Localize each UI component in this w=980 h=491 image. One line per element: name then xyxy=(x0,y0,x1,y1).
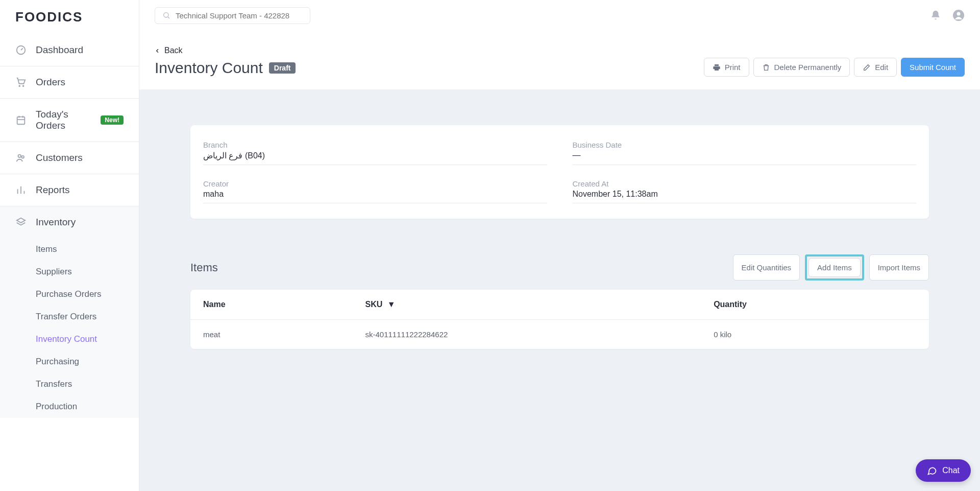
status-badge: Draft xyxy=(269,62,296,74)
button-label: Edit Quantities xyxy=(742,263,792,272)
col-quantity[interactable]: Quantity xyxy=(714,300,916,309)
nav-orders[interactable]: Orders xyxy=(0,66,139,99)
content-area: Branch فرع الرياض (B04) Business Date — … xyxy=(139,89,980,491)
topbar xyxy=(139,0,980,31)
subnav-transfers[interactable]: Transfers xyxy=(36,373,139,395)
button-label: Print xyxy=(725,63,741,72)
table-row[interactable]: meat sk-40111111222284622 0 kilo xyxy=(190,320,929,349)
items-section-header: Items Edit Quantities Add Items Import I… xyxy=(190,254,929,280)
add-items-button[interactable]: Add Items xyxy=(808,258,861,277)
creator-field: Creator maha xyxy=(203,179,547,203)
print-button[interactable]: Print xyxy=(704,58,749,77)
submit-count-button[interactable]: Submit Count xyxy=(901,58,965,77)
logo: FOODICS xyxy=(0,0,139,34)
layers-icon xyxy=(15,217,27,228)
header-actions: Print Delete Permanently Edit Submit Cou… xyxy=(704,58,965,77)
section-title: Items xyxy=(190,261,218,274)
cart-icon xyxy=(15,77,27,88)
sort-desc-icon: ▼ xyxy=(387,300,396,309)
chat-icon xyxy=(927,465,937,476)
created-at-field: Created At November 15, 11:38am xyxy=(573,179,917,203)
avatar-icon[interactable] xyxy=(952,9,965,21)
field-label: Creator xyxy=(203,179,547,188)
main-nav: Dashboard Orders Today's Orders New! Cu xyxy=(0,34,139,418)
nav-label: Customers xyxy=(36,152,83,163)
cell-name: meat xyxy=(203,330,365,339)
page-title: Inventory Count xyxy=(155,59,263,77)
info-card: Branch فرع الرياض (B04) Business Date — … xyxy=(190,125,929,219)
field-label: Created At xyxy=(573,179,917,188)
subnav-suppliers[interactable]: Suppliers xyxy=(36,261,139,283)
subnav-purchasing[interactable]: Purchasing xyxy=(36,350,139,373)
button-label: Submit Count xyxy=(910,63,956,72)
import-items-button[interactable]: Import Items xyxy=(869,254,929,280)
nav-reports[interactable]: Reports xyxy=(0,174,139,206)
chat-label: Chat xyxy=(942,466,960,475)
users-icon xyxy=(15,152,27,163)
calendar-icon xyxy=(15,114,27,126)
subnav-transfer-orders[interactable]: Transfer Orders xyxy=(36,306,139,328)
pencil-icon xyxy=(863,63,871,72)
field-value: فرع الرياض (B04) xyxy=(203,151,547,160)
chevron-left-icon xyxy=(155,48,160,54)
button-label: Edit xyxy=(875,63,888,72)
back-label: Back xyxy=(164,46,183,55)
nav-label: Reports xyxy=(36,184,70,196)
button-label: Add Items xyxy=(817,263,852,272)
field-label: Business Date xyxy=(573,141,917,149)
button-label: Delete Permanently xyxy=(774,63,842,72)
items-table: Name SKU ▼ Quantity meat sk-401111112222… xyxy=(190,290,929,349)
chat-button[interactable]: Chat xyxy=(916,459,971,482)
nav-label: Dashboard xyxy=(36,44,83,56)
button-label: Import Items xyxy=(878,263,920,272)
subnav-inventory-count[interactable]: Inventory Count xyxy=(36,328,139,350)
sidebar: FOODICS Dashboard Orders Today's Orders … xyxy=(0,0,139,491)
edit-quantities-button[interactable]: Edit Quantities xyxy=(733,254,800,280)
svg-point-8 xyxy=(957,12,961,16)
branch-field: Branch فرع الرياض (B04) xyxy=(203,141,547,165)
nav-customers[interactable]: Customers xyxy=(0,142,139,174)
svg-point-5 xyxy=(21,156,24,158)
field-value: — xyxy=(573,151,917,160)
search-box[interactable] xyxy=(155,7,310,24)
new-badge: New! xyxy=(101,115,124,125)
svg-point-4 xyxy=(18,155,21,158)
nav-todays-orders[interactable]: Today's Orders New! xyxy=(0,99,139,142)
col-name[interactable]: Name xyxy=(203,300,365,309)
back-link[interactable]: Back xyxy=(155,46,296,55)
nav-inventory[interactable]: Inventory xyxy=(0,206,139,238)
table-header: Name SKU ▼ Quantity xyxy=(190,290,929,320)
subnav-purchase-orders[interactable]: Purchase Orders xyxy=(36,283,139,306)
field-value: November 15, 11:38am xyxy=(573,190,917,199)
nav-label: Orders xyxy=(36,77,65,88)
trash-icon xyxy=(762,63,770,72)
print-icon xyxy=(713,63,721,72)
bell-icon[interactable] xyxy=(930,10,941,21)
add-items-highlight: Add Items xyxy=(805,254,864,280)
col-sku[interactable]: SKU ▼ xyxy=(365,300,714,309)
svg-rect-3 xyxy=(17,117,25,125)
inventory-subnav: Items Suppliers Purchase Orders Transfer… xyxy=(0,238,139,418)
search-input[interactable] xyxy=(176,11,303,20)
edit-button[interactable]: Edit xyxy=(854,58,897,77)
search-icon xyxy=(162,11,170,19)
cell-sku: sk-40111111222284622 xyxy=(365,330,714,339)
svg-point-6 xyxy=(164,13,168,17)
gauge-icon xyxy=(15,44,27,56)
subnav-items[interactable]: Items xyxy=(36,238,139,261)
subnav-production[interactable]: Production xyxy=(36,395,139,418)
table-body: meat sk-40111111222284622 0 kilo xyxy=(190,320,929,349)
cell-quantity: 0 kilo xyxy=(714,330,916,339)
delete-button[interactable]: Delete Permanently xyxy=(753,58,850,77)
main-content: Back Inventory Count Draft Print xyxy=(139,0,980,491)
nav-label: Inventory xyxy=(36,217,76,228)
svg-point-1 xyxy=(19,85,20,86)
chart-icon xyxy=(15,184,27,196)
field-label: Branch xyxy=(203,141,547,149)
svg-point-2 xyxy=(23,85,24,86)
field-value: maha xyxy=(203,190,547,199)
business-date-field: Business Date — xyxy=(573,141,917,165)
page-header: Back Inventory Count Draft Print xyxy=(139,31,980,89)
nav-label: Today's Orders xyxy=(36,109,91,131)
nav-dashboard[interactable]: Dashboard xyxy=(0,34,139,66)
